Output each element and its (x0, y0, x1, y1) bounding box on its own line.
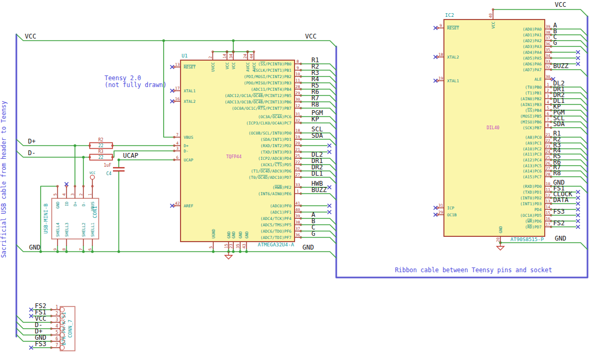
wire[interactable] (112, 151, 174, 157)
pin-name: (OC1A)PD5 (520, 213, 542, 218)
pin-name: (AD7)PA7 (523, 68, 542, 72)
pin-number: 43 (242, 244, 247, 248)
net-label-GND[interactable]: GND (302, 244, 314, 251)
pin-name: (MOSI)PB5 (520, 114, 542, 119)
value-con1[interactable]: USB-MINI-B (43, 204, 49, 234)
reference-ic2[interactable]: IC2 (445, 12, 454, 18)
junction-dot (232, 40, 235, 42)
pin-name: GND (55, 202, 60, 209)
wire[interactable] (301, 237, 336, 244)
net-label-BUZZ[interactable]: BUZZ (553, 62, 568, 70)
wire[interactable] (301, 139, 336, 146)
value-ic2[interactable]: AT90S8515-P (510, 236, 544, 242)
pin-number: 16 (545, 216, 551, 221)
reference-c4[interactable]: C4 (106, 171, 111, 176)
pin-name: (A11)PC3 (523, 152, 542, 157)
pin-number: 4 (176, 141, 179, 146)
pin-number: 37 (295, 226, 300, 231)
wire[interactable] (16, 151, 90, 157)
net-label-D-[interactable]: D- (28, 149, 35, 157)
pin-number: 39 (545, 24, 550, 29)
pin-number: 2 (79, 193, 83, 196)
pin-name: XTAL2 (447, 55, 459, 60)
wire[interactable] (16, 139, 90, 146)
wire[interactable] (551, 70, 587, 76)
pin-name: (AD5)PA5 (523, 56, 542, 61)
reference-r3[interactable]: R3 (98, 149, 103, 154)
wire[interactable] (16, 322, 51, 329)
net-label-BUZZ[interactable]: BUZZ (311, 186, 327, 194)
pin-number: 38 (295, 220, 300, 225)
pin-number: 7 (176, 132, 179, 137)
net-label-FS2[interactable]: FS2 (553, 219, 565, 227)
pin-number: 4 (62, 193, 67, 196)
pin-name: (ADC4/TCK)PF4 (260, 216, 291, 221)
pin-number: 25 (295, 154, 300, 158)
net-label-VCC[interactable]: VCC (555, 1, 566, 8)
net-label-DATA[interactable]: DATA (553, 196, 569, 204)
pin-name: VBUS (90, 202, 95, 212)
net-label-GND[interactable]: GND (555, 235, 566, 242)
net-label-VCC[interactable]: VCC (305, 33, 317, 40)
net-label-VCC[interactable]: VCC (25, 33, 36, 40)
wire[interactable] (16, 34, 336, 47)
wire[interactable] (500, 243, 587, 250)
net-label-G[interactable]: G (311, 230, 315, 237)
pin-name: (AD3)PA3 (523, 44, 542, 49)
value-u1[interactable]: ATMEGA32U4-A (258, 242, 294, 247)
pin-name: PD4 (534, 207, 542, 212)
value-c4[interactable]: 1uF (104, 163, 112, 168)
net-label-GND[interactable]: GND (29, 244, 41, 251)
pin-name: (T1/OC4D/ADC9)PD6 (251, 169, 291, 174)
wire[interactable] (493, 9, 587, 16)
net-label-R8[interactable]: R8 (553, 169, 561, 177)
pin-name: (OC3A/OC4A)PC6 (258, 114, 292, 119)
reference-r2[interactable]: R2 (98, 138, 103, 142)
pin-name: (MISO)PB6 (520, 120, 542, 124)
pin-number: 7 (547, 117, 549, 122)
net-label-DL1[interactable]: DL1 (311, 170, 323, 177)
pin-number: 36 (295, 233, 300, 237)
net-label-KP[interactable]: KP (311, 116, 319, 123)
net-label-G[interactable]: G (553, 39, 557, 46)
net-label-R8[interactable]: R8 (311, 101, 319, 108)
pin-name: D+ (73, 202, 78, 207)
pin-number: 6 (88, 248, 92, 251)
pin-number: 11 (295, 78, 300, 83)
pin-name: (ADC0)PF0 (270, 204, 291, 208)
net-label-FS3[interactable]: FS3 (35, 340, 46, 348)
pin-number: 17 (545, 222, 550, 227)
value-conn7[interactable]: B7K-PH-K-S1 (61, 312, 67, 345)
pin-name: UCAP (184, 158, 194, 162)
pin-number: 11 (545, 187, 550, 192)
pin-name: (AD0)PA0 (523, 27, 542, 32)
wire[interactable] (301, 194, 336, 200)
pin-number: 1 (547, 82, 549, 87)
pin-name: (XCK1/CTS)PD5 (260, 162, 291, 167)
net-label-SDA[interactable]: SDA (553, 120, 565, 128)
note-usb-cable: Sacrificial USB cable from header to Tee… (0, 101, 7, 258)
pin-number: 21 (545, 132, 550, 137)
net-label-D+[interactable]: D+ (28, 138, 35, 145)
pin-name: (AIN1)PB3 (520, 102, 542, 107)
net-label-FS3[interactable]: FS3 (553, 208, 565, 215)
wire[interactable] (164, 41, 174, 137)
pin-number: 10 (545, 181, 551, 186)
value-r3[interactable]: 22 (98, 155, 103, 160)
pin-number: 9 (297, 65, 299, 70)
wire[interactable] (301, 231, 336, 237)
pin-number: 29 (295, 91, 300, 95)
net-label-SDA[interactable]: SDA (311, 132, 323, 139)
schematic-canvas[interactable]: U1ATMEGA32U4-ATQFP4413RESET17XTAL116XTAL… (0, 0, 597, 364)
net-label-UCAP[interactable]: UCAP (123, 152, 138, 159)
reference-u1[interactable]: U1 (182, 53, 188, 59)
reference-conn7[interactable]: CONN_7 (67, 320, 73, 338)
note-ribbon: Ribbon cable between Teensy pins and soc… (395, 266, 552, 274)
wire[interactable] (301, 225, 336, 231)
pin-name: (ADC1)PF1 (270, 210, 291, 215)
pin-name: (ADC13/OC1B/OC4B/PCINT13)PB6 (225, 100, 292, 104)
value-r2[interactable]: 22 (98, 143, 103, 148)
pin-name: (INT1)PD3 (520, 202, 542, 206)
pin-number: 5 (209, 246, 213, 248)
wire[interactable] (301, 218, 336, 225)
